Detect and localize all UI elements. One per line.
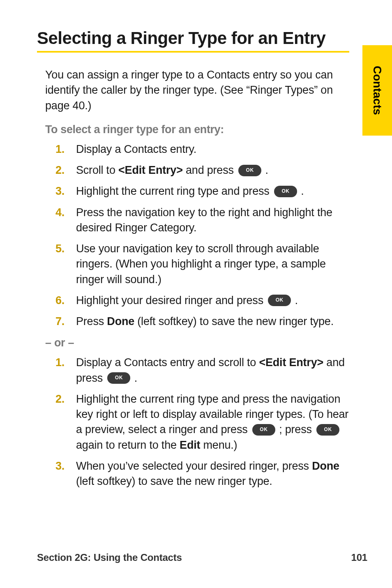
edit-entry-label: <Edit Entry> (259, 356, 323, 369)
procedure-heading: To select a ringer type for an entry: (45, 123, 349, 136)
content-area: Selecting a Ringer Type for an Entry You… (37, 29, 349, 496)
step-text: and press (183, 164, 237, 176)
step-text: Display a Contacts entry. (76, 143, 196, 155)
page-title: Selecting a Ringer Type for an Entry (37, 29, 349, 48)
step-item: Use your navigation key to scroll throug… (55, 241, 349, 287)
step-item: When you’ve selected your desired ringer… (55, 459, 349, 489)
step-text: Press the navigation key to the right an… (76, 206, 332, 234)
ok-button-icon (274, 186, 297, 197)
page: Contacts Selecting a Ringer Type for an … (0, 0, 392, 588)
step-text: . (262, 164, 268, 176)
step-text: . (298, 185, 304, 197)
heading-underline (37, 51, 349, 53)
ok-button-icon (268, 295, 291, 306)
step-item: Scroll to <Edit Entry> and press . (55, 163, 349, 178)
step-text: . (131, 372, 137, 384)
step-item: Highlight your desired ringer and press … (55, 293, 349, 308)
step-text: When you’ve selected your desired ringer… (76, 460, 312, 472)
step-item: Highlight the current ring type and pres… (55, 392, 349, 453)
step-text: menu.) (200, 439, 237, 451)
step-text: ; press (276, 423, 315, 436)
ok-button-icon (316, 424, 339, 436)
step-item: Press the navigation key to the right an… (55, 205, 349, 236)
step-item: Highlight the current ring type and pres… (55, 184, 349, 199)
edit-entry-label: <Edit Entry> (118, 164, 183, 176)
or-separator: – or – (45, 337, 349, 349)
step-text: Scroll to (76, 164, 118, 176)
ok-button-icon (252, 424, 275, 436)
done-label: Done (107, 315, 134, 327)
step-item: Display a Contacts entry and scroll to <… (55, 355, 349, 386)
ok-button-icon (238, 165, 261, 176)
footer-page-number: 101 (351, 552, 367, 563)
step-item: Press Done (left softkey) to save the ne… (55, 314, 349, 329)
page-footer: Section 2G: Using the Contacts 101 (37, 552, 367, 563)
section-tab: Contacts (362, 45, 392, 136)
done-label: Done (312, 460, 339, 472)
step-text: Highlight your desired ringer and press (76, 294, 266, 307)
ok-button-icon (107, 372, 130, 384)
step-text: Highlight the current ring type and pres… (76, 185, 272, 197)
step-text: (left softkey) to save the new ringer ty… (134, 315, 334, 327)
footer-section-label: Section 2G: Using the Contacts (37, 552, 182, 563)
steps-list-1: Display a Contacts entry. Scroll to <Edi… (55, 142, 349, 330)
step-text: again to return to the (76, 439, 180, 451)
step-text: . (292, 294, 298, 307)
step-text: Press (76, 315, 107, 327)
section-tab-label: Contacts (371, 66, 384, 115)
step-text: (left softkey) to save the new ringer ty… (76, 475, 272, 487)
step-item: Display a Contacts entry. (55, 142, 349, 157)
edit-label: Edit (180, 439, 200, 451)
steps-list-2: Display a Contacts entry and scroll to <… (55, 355, 349, 489)
intro-paragraph: You can assign a ringer type to a Contac… (45, 67, 349, 113)
step-text: Use your navigation key to scroll throug… (76, 242, 326, 286)
step-text: Display a Contacts entry and scroll to (76, 356, 259, 369)
